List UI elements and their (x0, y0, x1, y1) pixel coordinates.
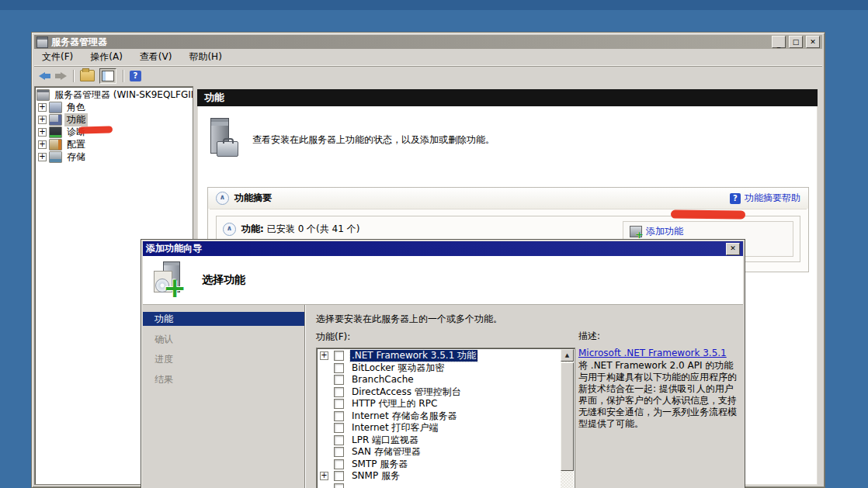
menu-item-1[interactable]: 操作(A) (90, 50, 123, 64)
summary-divider (210, 209, 807, 209)
close-icon: ✕ (730, 245, 736, 252)
feature-row[interactable]: SMTP 服务器 (318, 459, 560, 471)
dialog-title-bar[interactable]: 添加功能向导 ✕ (143, 241, 743, 256)
expand-icon[interactable]: + (38, 116, 47, 124)
feature-row[interactable]: +SNMP 服务 (318, 470, 560, 483)
dialog-close-button[interactable]: ✕ (726, 243, 740, 255)
console-panes-button[interactable] (99, 68, 116, 84)
description-link[interactable]: Microsoft .NET Framework 3.5.1 (578, 348, 727, 359)
back-button[interactable] (39, 72, 50, 80)
wizard-step-0[interactable]: 功能 (143, 312, 304, 326)
feature-checkbox[interactable] (334, 399, 344, 409)
tree-item-2[interactable]: +诊断 (35, 126, 193, 138)
feature-label[interactable]: DirectAccess 管理控制台 (350, 386, 463, 398)
expand-icon[interactable]: + (38, 128, 47, 137)
feature-label[interactable]: BitLocker 驱动器加密 (350, 362, 446, 374)
menu-bar: 文件(F)操作(A)查看(V)帮助(H) (34, 49, 822, 66)
features-summary-help-link[interactable]: 功能摘要帮助 (745, 192, 800, 205)
close-button[interactable]: ✕ (806, 36, 820, 48)
add-features-link[interactable]: 添加功能 (646, 225, 683, 238)
scrollbar-up-button[interactable]: ▲ (561, 349, 574, 362)
tree-item-4[interactable]: +存储 (35, 151, 193, 163)
tree-item-label: 角色 (64, 101, 88, 114)
feature-checkbox[interactable] (334, 351, 344, 361)
wizard-header: + 选择功能 (143, 256, 743, 305)
features-intro-text: 查看安装在此服务器上功能的状态，以及添加或删除功能。 (252, 133, 495, 146)
feature-row[interactable]: DirectAccess 管理控制台 (318, 386, 560, 399)
minimize-button[interactable]: _ (772, 36, 786, 48)
scrollbar-thumb[interactable] (561, 362, 574, 471)
window-title: 服务器管理器 (51, 36, 107, 49)
feature-label[interactable]: SAN 存储管理器 (350, 446, 422, 458)
menu-item-0[interactable]: 文件(F) (42, 50, 73, 64)
feature-label[interactable]: .NET Framework 3.5.1 功能 (350, 350, 477, 362)
wizard-step-1[interactable]: 确认 (143, 332, 304, 346)
features-intro-row: 查看安装在此服务器上功能的状态，以及添加或删除功能。 (198, 106, 817, 171)
feature-checkbox[interactable] (334, 375, 344, 385)
feature-checkbox[interactable] (334, 423, 344, 433)
show-hide-tree-button[interactable] (80, 70, 95, 81)
toolbox-icon (217, 141, 238, 157)
feature-label[interactable]: LPR 端口监视器 (350, 434, 420, 446)
feature-label[interactable]: Internet 打印客户端 (350, 422, 439, 434)
feature-checkbox[interactable] (334, 411, 344, 421)
tree-root-label: 服务器管理器 (WIN-SK9EQLFGIL (52, 88, 193, 102)
feature-label[interactable]: SMTP 服务器 (350, 459, 409, 470)
feature-row[interactable]: LPR 端口监视器 (318, 434, 560, 447)
expand-icon[interactable]: + (38, 153, 47, 161)
tree-root[interactable]: 服务器管理器 (WIN-SK9EQLFGIL (35, 88, 193, 101)
feature-row[interactable]: Internet 打印客户端 (318, 422, 560, 434)
add-features-wizard-dialog: 添加功能向导 ✕ + 选择功能 功能确认进度结果 选择要安装在此服务器上的一个或… (141, 239, 745, 488)
maximize-button[interactable]: □ (789, 36, 803, 48)
feature-row[interactable]: Internet 存储命名服务器 (318, 410, 560, 423)
feature-row[interactable]: HTTP 代理上的 RPC (318, 398, 560, 410)
feature-label[interactable]: BranchCache (350, 374, 415, 386)
expand-icon[interactable]: + (320, 472, 328, 480)
listbox-scrollbar[interactable]: ▲ (561, 349, 574, 488)
feature-row[interactable]: +.NET Framework 3.5.1 功能 (318, 350, 560, 362)
expand-icon[interactable]: + (320, 351, 328, 360)
feature-checkbox[interactable] (334, 363, 344, 373)
collapse-chevron-icon[interactable]: ∧ (216, 192, 229, 205)
features-count-left: ∧ 功能: 已安装 0 个(共 41 个) (223, 223, 359, 236)
wizard-step-2[interactable]: 进度 (143, 352, 304, 366)
wizard-steps-nav: 功能确认进度结果 (143, 305, 304, 488)
feature-checkbox[interactable] (334, 471, 344, 481)
menu-item-2[interactable]: 查看(V) (140, 50, 172, 64)
feature-row[interactable]: SAN 存储管理器 (318, 446, 560, 459)
features-summary-title: 功能摘要 (234, 192, 272, 205)
features-listbox: +.NET Framework 3.5.1 功能BitLocker 驱动器加密B… (316, 348, 575, 488)
features-count-value: 已安装 0 个(共 41 个) (267, 223, 360, 236)
wizard-step-3[interactable]: 结果 (143, 372, 304, 386)
feature-checkbox[interactable] (334, 387, 344, 397)
feature-row-partial (318, 483, 560, 488)
title-bar[interactable]: 服务器管理器 _ □ ✕ (34, 35, 822, 49)
back-icon (39, 72, 45, 80)
description-label: 描述: (578, 331, 741, 342)
collapse-chevron-icon[interactable]: ∧ (223, 223, 236, 236)
expand-icon[interactable]: + (38, 103, 47, 112)
toolbar: ? (34, 66, 822, 85)
tree-item-icon (49, 114, 62, 126)
feature-label[interactable]: HTTP 代理上的 RPC (350, 398, 439, 410)
tree-item-1[interactable]: +功能 (35, 113, 193, 126)
help-button[interactable]: ? (130, 71, 141, 81)
feature-label[interactable]: SNMP 服务 (350, 470, 401, 482)
feature-checkbox[interactable] (334, 483, 344, 488)
feature-row[interactable]: BitLocker 驱动器加密 (318, 362, 560, 375)
minimize-icon: _ (777, 41, 781, 48)
feature-row[interactable]: BranchCache (318, 374, 560, 386)
forward-button[interactable] (55, 72, 67, 80)
red-annotation-tree-features (78, 126, 113, 134)
feature-checkbox[interactable] (334, 447, 344, 457)
dialog-title: 添加功能向导 (146, 242, 202, 255)
feature-checkbox[interactable] (334, 435, 344, 445)
tree-item-icon (49, 151, 62, 163)
menu-item-3[interactable]: 帮助(H) (189, 50, 221, 64)
feature-checkbox[interactable] (334, 459, 344, 469)
add-features-row[interactable]: 添加功能 (630, 224, 785, 238)
tree-item-0[interactable]: +角色 (35, 101, 193, 113)
expand-icon[interactable]: + (38, 140, 47, 149)
tree-item-3[interactable]: +配置 (35, 138, 193, 151)
feature-label[interactable]: Internet 存储命名服务器 (350, 410, 458, 422)
